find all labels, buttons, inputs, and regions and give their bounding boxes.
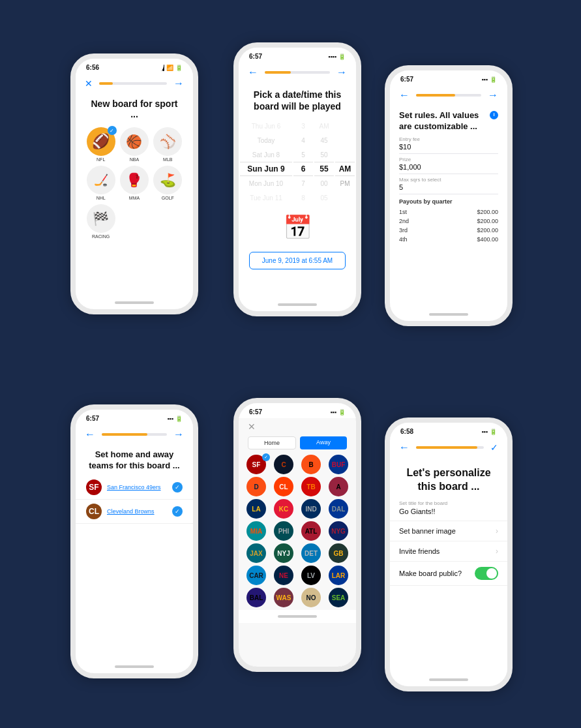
nfl-team-ne[interactable]: NE [271,566,296,585]
nfl-team-dal[interactable]: DAL [326,499,351,519]
date-confirm-button[interactable]: June 9, 2019 at 6:55 AM [249,252,346,269]
close-grid[interactable]: ✕ [239,418,356,432]
signal-icon-4: ▪▪▪ [167,416,173,422]
nfl-team-gb[interactable]: GB [326,543,351,563]
sport-nfl[interactable]: 🏈 ✓ NFL [86,127,115,162]
nfl-team-was[interactable]: WAS [271,588,296,607]
nfl-team-atl[interactable]: ATL [299,521,323,541]
ampm-row-1 [335,133,355,147]
hour-row-0: 3 [293,119,313,133]
status-bar-4: 6:57 ▪▪▪ 🔋 [76,410,193,425]
quarter-1-label: 1st [399,209,407,215]
nfl-team-car[interactable]: CAR [244,566,269,585]
back-button-4[interactable]: ← [85,429,95,440]
next-button-1[interactable]: → [173,78,184,89]
info-icon[interactable]: i [490,111,498,119]
back-button-2[interactable]: ← [248,67,258,78]
progress-fill-3 [416,94,455,97]
tab-home[interactable]: Home [248,436,296,449]
nfl-team-ari[interactable]: A [326,477,351,496]
max-sqrs-value[interactable]: 5 [399,183,498,194]
nfl-team-cin[interactable]: B [299,455,323,474]
golf-icon: ⛳ [160,172,176,188]
nfl-team-nyg[interactable]: NYG [326,521,351,541]
payouts-title: Payouts by quarter [399,198,498,205]
sport-mlb[interactable]: ⚾ MLB [153,127,183,162]
nba-label: NBA [130,157,139,162]
public-row[interactable]: Make board public? [390,562,507,586]
ampm-row-2 [335,147,355,162]
nfl-team-sea[interactable]: SEA [326,588,351,607]
sport-mma[interactable]: 🥊 MMA [119,166,149,200]
sport-racing[interactable]: 🏁 RACING [86,204,115,239]
status-bar-6: 6:58 ▪▪▪ 🔋 [390,423,507,438]
nfl-team-det[interactable]: DET [299,543,323,563]
done-button-6[interactable]: ✓ [490,442,498,453]
sport-golf[interactable]: ⛳ GOLF [153,166,183,200]
nfl-team-mia[interactable]: MIA [244,521,269,541]
banner-row[interactable]: Set banner image › [390,521,507,541]
nfl-team-phi[interactable]: PHI [271,521,296,541]
ampm-row-5 [335,190,355,205]
personalize-title: Let's personalize this board ... [390,457,507,499]
ampm-row-0 [335,119,355,133]
invite-row[interactable]: Invite friends › [390,541,507,562]
back-button-3[interactable]: ← [399,89,410,101]
team-row-clev[interactable]: CL Cleveland Browns ✓ [76,500,193,524]
sport-nhl[interactable]: 🏒 NHL [86,166,115,200]
nfl-team-lv[interactable]: LV [299,566,323,585]
entry-fee-value[interactable]: $10 [399,143,498,154]
time-1: 6:56 [86,64,99,71]
time-picker[interactable]: Thu Jun 6 Today Sat Jun 8 Sun Jun 9 Mon … [239,116,356,207]
date-row-0: Thu Jun 6 [240,119,292,133]
progress-fill-1 [99,82,113,85]
nfl-team-buf[interactable]: BUF [326,455,351,474]
nfl-team-tb[interactable]: TB [299,477,323,496]
screen-content-1: New board for sport ... 🏈 ✓ NFL 🏀 NBA [76,93,193,296]
nfl-team-nyj[interactable]: NYJ [271,543,296,563]
nfl-team-lac[interactable]: LA [244,499,269,519]
nfl-team-clev[interactable]: CL [271,477,296,496]
nfl-team-kc[interactable]: KC [271,499,296,519]
quarter-3-amount: $200.00 [477,227,498,234]
sf-logo: SF [86,479,102,495]
nfl-team-ind[interactable]: IND [299,499,323,519]
wifi-icon-1: 📶 [166,65,173,71]
title-field-value[interactable]: Go Giants!! [399,508,498,519]
next-button-4[interactable]: → [173,429,184,440]
public-toggle[interactable] [475,567,498,580]
prize-value[interactable]: $1,000 [399,163,498,174]
nfl-team-lar[interactable]: LAR [326,566,351,585]
payouts-section: Payouts by quarter 1st $200.00 2nd $200.… [390,196,507,247]
nfl-team-sf[interactable]: SF ✓ [244,455,269,474]
team-row-sf[interactable]: SF San Francisco 49ers ✓ [76,476,193,500]
calendar-icon: 📅 [239,207,356,248]
tab-away[interactable]: Away [300,436,347,449]
nfl-team-chi[interactable]: C [271,455,296,474]
min-row-1: 45 [314,133,334,147]
racing-label: RACING [92,234,110,239]
nfl-team-den[interactable]: D [244,477,269,496]
phone-datetime: 6:57 ▪▪▪▪ 🔋 ← → Pick a date/time this bo… [233,42,361,316]
invite-label: Invite friends [399,547,439,555]
nav-bar-2: ← → [239,63,356,82]
sf-team-check: ✓ [172,482,183,493]
hour-row-3: 6 [293,162,313,176]
teams-title: Set home and away teams for this board .… [76,444,193,476]
mma-label: MMA [129,196,140,200]
close-button-1[interactable]: ✕ [85,78,93,89]
nav-bar-4: ← → [76,425,193,444]
battery-icon-4: 🔋 [175,416,183,422]
nfl-team-jax[interactable]: JAX [244,543,269,563]
racing-icon: 🏁 [93,211,109,226]
sport-nba[interactable]: 🏀 NBA [119,127,149,162]
back-button-6[interactable]: ← [399,442,410,453]
battery-icon-5: 🔋 [338,409,346,416]
nfl-team-bal[interactable]: BAL [244,588,269,607]
date-row-3: Sun Jun 9 [240,162,292,176]
nfl-team-no[interactable]: NO [299,588,323,607]
home-indicator-4 [76,660,193,673]
nfl-icon: 🏈 [92,133,110,150]
next-button-3[interactable]: → [488,89,498,101]
next-button-2[interactable]: → [336,67,347,78]
